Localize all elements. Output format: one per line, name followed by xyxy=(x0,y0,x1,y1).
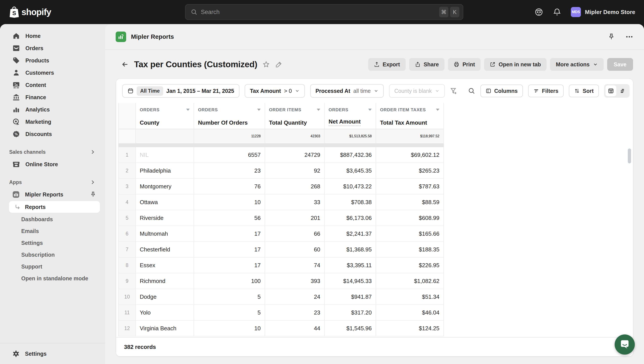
cell-total-tax-amount: $69,602.12 xyxy=(376,147,444,163)
sidebar-item-subscription[interactable]: Subscription xyxy=(0,249,105,261)
report-title-row: Tax per Counties (Customized) Export Sha… xyxy=(105,50,644,79)
cell-total-tax-amount: $608.99 xyxy=(376,210,444,226)
sidebar-item-standalone[interactable]: Open in standalone mode xyxy=(0,272,105,284)
column-header-total-tax-amount[interactable]: Total Tax Amount xyxy=(376,116,444,129)
more-actions-button[interactable]: More actions xyxy=(550,58,604,71)
topbar: S shopify ⌘ K MDS xyxy=(0,0,644,24)
table-row: 3 Montgomery 76 268 $10,473.22 $787.63 xyxy=(118,179,444,194)
edit-pencil-icon[interactable] xyxy=(275,61,282,68)
row-number: 11 xyxy=(118,305,136,321)
vertical-scrollbar-thumb[interactable] xyxy=(628,148,631,164)
save-button[interactable]: Save xyxy=(607,58,633,71)
column-group-net[interactable]: Orders xyxy=(325,103,376,116)
cell-number-of-orders: 6557 xyxy=(194,147,265,163)
table-field-header-row: County Number Of Orders Total Quantity N… xyxy=(118,116,444,129)
more-options-icon[interactable] xyxy=(625,33,634,41)
sidebar-item-analytics[interactable]: Analytics xyxy=(0,103,105,116)
print-button[interactable]: Print xyxy=(448,58,480,71)
table-view-toggle[interactable] xyxy=(606,86,616,96)
column-group-order-items[interactable]: Order Items xyxy=(265,103,325,116)
add-filter-icon[interactable] xyxy=(450,87,458,94)
sidekick-icon[interactable] xyxy=(534,8,543,16)
column-header-number-of-orders[interactable]: Number Of Orders xyxy=(194,116,265,129)
sidebar-item-orders[interactable]: Orders xyxy=(0,42,105,54)
cell-total-quantity: 24729 xyxy=(265,147,325,163)
cell-total-quantity: 23 xyxy=(265,305,325,321)
sidebar-item-settings[interactable]: Settings xyxy=(0,343,105,364)
date-preset-chip: All Time xyxy=(137,86,163,96)
cell-net-amount: $3,645.35 xyxy=(325,163,376,179)
gear-icon xyxy=(12,350,20,358)
shopify-bag-icon: S xyxy=(9,6,19,18)
column-menu-icon[interactable] xyxy=(368,109,372,111)
sidebar-item-products[interactable]: Products xyxy=(0,54,105,66)
chart-view-toggle[interactable] xyxy=(617,86,628,96)
sidebar-item-discounts[interactable]: % Discounts xyxy=(0,128,105,140)
row-number: 3 xyxy=(118,179,136,194)
table-row: 8 Essex 17 74 $3,395.11 $226.95 xyxy=(118,258,444,273)
sidebar-item-mipler-reports[interactable]: Mipler Reports xyxy=(0,188,105,200)
column-header-net-amount[interactable]: Net Amount xyxy=(325,116,376,129)
storefront-icon xyxy=(12,160,20,168)
sidebar-item-marketing[interactable]: Marketing xyxy=(0,116,105,128)
totals-total-tax-amount: $118,997.52 xyxy=(376,129,444,144)
filter-lines-icon xyxy=(534,88,539,94)
chevron-down-icon xyxy=(593,62,598,67)
date-range-filter[interactable]: All Time Jan 1, 2015 – Mar 21, 2025 xyxy=(122,84,240,98)
cell-county: NIL xyxy=(136,147,194,163)
sidebar-item-finance[interactable]: Finance xyxy=(0,91,105,103)
cell-total-quantity: 268 xyxy=(265,179,325,194)
table-row: 11 Yolo 5 23 $317.20 $46.04 xyxy=(118,305,444,321)
tax-amount-filter[interactable]: Tax Amount > 0 xyxy=(245,84,305,98)
store-menu[interactable]: MDS Mipler Demo Store xyxy=(571,7,635,17)
sidebar-item-online-store[interactable]: Online Store xyxy=(0,158,105,170)
shopify-logo[interactable]: S shopify xyxy=(9,6,51,18)
column-menu-icon[interactable] xyxy=(186,109,190,111)
sidebar-item-support[interactable]: Support xyxy=(0,261,105,272)
column-group-taxes[interactable]: Order Item Taxes xyxy=(376,103,444,116)
cell-total-tax-amount: $1,082.62 xyxy=(376,273,444,289)
columns-button[interactable]: Columns xyxy=(480,84,523,97)
search-input[interactable] xyxy=(201,9,438,16)
back-arrow-icon[interactable] xyxy=(119,58,131,70)
cell-total-tax-amount: $124.25 xyxy=(376,321,444,336)
sales-channels-section[interactable]: Sales channels xyxy=(0,146,105,158)
sidebar-item-app-settings[interactable]: Settings xyxy=(0,237,105,249)
apps-section[interactable]: Apps xyxy=(0,176,105,188)
export-button[interactable]: Export xyxy=(368,58,406,71)
sidebar-item-customers[interactable]: Customers xyxy=(0,66,105,79)
column-header-total-quantity[interactable]: Total Quantity xyxy=(265,116,325,129)
report-card: All Time Jan 1, 2015 – Mar 21, 2025 Tax … xyxy=(116,79,633,356)
cell-net-amount: $1,545.96 xyxy=(325,321,376,336)
sidebar-item-emails[interactable]: Emails xyxy=(0,225,105,237)
pin-icon[interactable] xyxy=(90,191,96,198)
global-search[interactable]: ⌘ K xyxy=(185,4,463,20)
column-menu-icon[interactable] xyxy=(257,109,261,111)
cell-total-quantity: 33 xyxy=(265,194,325,210)
column-group-orders[interactable]: Orders xyxy=(194,103,265,116)
filters-button[interactable]: Filters xyxy=(528,84,564,97)
open-new-tab-button[interactable]: Open in new tab xyxy=(484,58,546,71)
column-header-county[interactable]: County xyxy=(136,116,194,129)
star-icon[interactable] xyxy=(263,61,270,68)
mipler-app-icon xyxy=(12,191,20,198)
sidebar-item-reports-active[interactable]: Reports xyxy=(9,201,100,213)
sidebar-item-content[interactable]: Content xyxy=(0,79,105,91)
table-search-icon[interactable] xyxy=(468,88,475,94)
column-group-county[interactable]: Orders xyxy=(136,103,194,116)
county-filter[interactable]: County is blank xyxy=(389,84,445,98)
sidebar-item-home[interactable]: Home xyxy=(0,30,105,42)
sort-button[interactable]: Sort xyxy=(569,84,599,97)
cell-number-of-orders: 17 xyxy=(194,242,265,258)
column-menu-icon[interactable] xyxy=(436,109,440,111)
chat-launcher-button[interactable] xyxy=(615,334,635,354)
table-body: 1 NIL 6557 24729 $887,432.36 $69,602.12 … xyxy=(118,147,444,336)
sidebar-item-dashboards[interactable]: Dashboards xyxy=(0,213,105,225)
column-menu-icon[interactable] xyxy=(317,109,320,111)
share-button[interactable]: Share xyxy=(409,58,444,71)
pin-icon[interactable] xyxy=(608,33,615,40)
notifications-bell-icon[interactable] xyxy=(553,8,561,16)
cell-total-quantity: 60 xyxy=(265,242,325,258)
cell-net-amount: $317.20 xyxy=(325,305,376,321)
processed-at-filter[interactable]: Processed At all time xyxy=(310,84,384,98)
